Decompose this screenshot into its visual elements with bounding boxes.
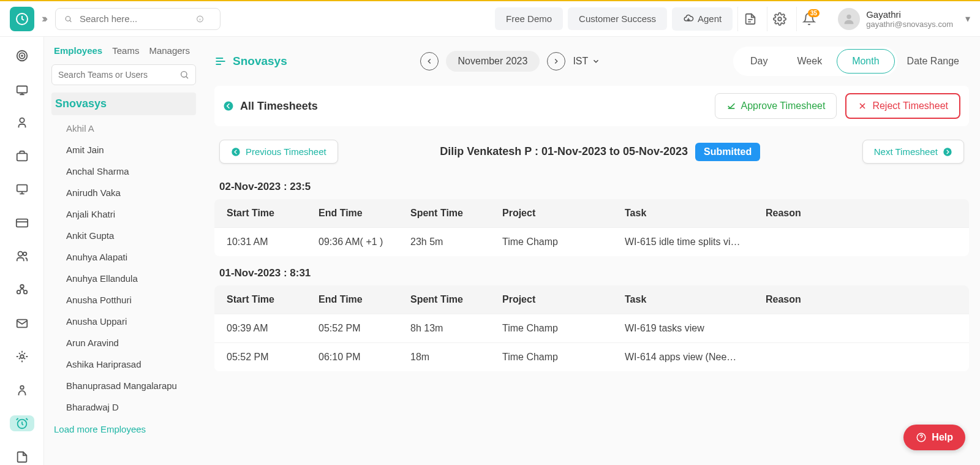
next-timesheet-button[interactable]: Next Timesheet <box>862 140 964 164</box>
nav-tv[interactable] <box>10 81 34 98</box>
cell-project: Time Champ <box>490 314 612 343</box>
help-label: Help <box>932 432 953 443</box>
tab-teams[interactable]: Teams <box>112 45 139 56</box>
nav-mail[interactable] <box>10 315 34 331</box>
global-search[interactable] <box>55 8 221 30</box>
customer-success-button[interactable]: Customer Success <box>568 7 667 30</box>
svg-point-24 <box>232 148 239 156</box>
main-panel: Snovasys November 2023 IST Day Week Mont… <box>203 37 980 465</box>
approve-button[interactable]: Approve Timesheet <box>715 93 837 119</box>
user-email: gayathri@snovasys.com <box>866 20 953 29</box>
nav-team[interactable] <box>10 248 34 265</box>
list-item[interactable]: Amit Jain <box>66 139 196 161</box>
panel-search-input[interactable] <box>58 70 179 80</box>
tab-managers[interactable]: Managers <box>149 45 190 56</box>
col-spent: Spent Time <box>398 199 490 228</box>
users-icon <box>15 249 29 263</box>
profile-icon <box>15 384 29 397</box>
arrow-left-circle-icon <box>231 147 241 157</box>
col-start: Start Time <box>214 199 306 228</box>
search-icon <box>64 13 72 25</box>
list-item[interactable]: Bharadwaj D <box>66 396 196 418</box>
chevron-down-icon <box>592 57 600 66</box>
free-demo-button[interactable]: Free Demo <box>495 7 563 30</box>
settings-icon-button[interactable] <box>767 7 791 31</box>
credit-card-icon <box>15 216 29 230</box>
org-name[interactable]: Snovasys <box>51 93 196 115</box>
col-reason: Reason <box>753 199 969 228</box>
back-title-text: All Timesheets <box>240 100 318 113</box>
user-name: Gayathri <box>866 9 953 20</box>
timesheet-title-text: Dilip Venkatesh P : 01-Nov-2023 to 05-No… <box>440 145 688 158</box>
load-more-button[interactable]: Load more Employees <box>51 418 196 440</box>
table-row[interactable]: 05:52 PM 06:10 PM 18m Time Champ WI-614 … <box>214 343 969 372</box>
svg-point-16 <box>17 290 20 294</box>
view-month[interactable]: Month <box>837 49 894 74</box>
nav-user[interactable] <box>10 115 34 131</box>
previous-timesheet-button[interactable]: Previous Timesheet <box>219 140 338 164</box>
help-button[interactable]: Help <box>903 425 965 450</box>
nav-group[interactable] <box>10 282 34 298</box>
list-item[interactable]: Anchal Sharma <box>66 161 196 182</box>
list-item[interactable]: Anuhya Ellandula <box>66 268 196 289</box>
cell-task: WI-615 idle time splits vie... <box>612 228 753 257</box>
nav-row: Previous Timesheet Dilip Venkatesh P : 0… <box>214 134 969 170</box>
timezone-select[interactable]: IST <box>573 56 600 67</box>
list-item[interactable]: Ashika Hariprasad <box>66 353 196 375</box>
nav-card[interactable] <box>10 215 34 232</box>
nav-report[interactable] <box>10 448 34 465</box>
next-month-button[interactable] <box>547 52 565 70</box>
panel-search[interactable] <box>51 64 196 85</box>
col-end: End Time <box>306 285 398 314</box>
target-icon <box>15 49 29 62</box>
list-item[interactable]: Bhanuprasad Mangalarapu <box>66 375 196 396</box>
prev-label: Previous Timesheet <box>246 146 326 157</box>
tab-employees[interactable]: Employees <box>54 45 102 56</box>
nav-timesheet[interactable] <box>10 415 34 432</box>
menu-icon <box>214 55 227 67</box>
info-icon[interactable] <box>196 13 204 25</box>
cell-end: 06:10 PM <box>306 343 398 372</box>
view-week[interactable]: Week <box>783 50 837 73</box>
nav-target[interactable] <box>10 48 34 64</box>
gear-icon <box>773 12 786 26</box>
list-item[interactable]: Ankit Gupta <box>66 225 196 246</box>
list-item[interactable]: Anusha Uppari <box>66 311 196 332</box>
agent-button[interactable]: Agent <box>672 7 733 31</box>
document-icon-button[interactable] <box>737 7 762 31</box>
nav-settings[interactable] <box>10 349 34 365</box>
svg-point-3 <box>778 17 782 21</box>
prev-month-button[interactable] <box>420 52 439 70</box>
panel-tabs: Employees Teams Managers <box>51 45 196 56</box>
month-label[interactable]: November 2023 <box>446 51 540 72</box>
cell-reason <box>753 343 969 372</box>
user-info: Gayathri gayathri@snovasys.com <box>866 9 953 29</box>
notifications-button[interactable]: 35 <box>796 7 821 31</box>
search-input[interactable] <box>80 13 196 24</box>
list-item[interactable]: Anirudh Vaka <box>66 182 196 203</box>
employee-list: Akhil A Amit Jain Anchal Sharma Anirudh … <box>51 115 196 418</box>
view-day[interactable]: Day <box>736 50 782 73</box>
view-date-range[interactable]: Date Range <box>897 50 969 73</box>
list-item[interactable]: Arun Aravind <box>66 332 196 353</box>
cell-reason <box>753 228 969 257</box>
nav-monitor[interactable] <box>10 181 34 198</box>
list-item[interactable]: Anusha Potthuri <box>66 289 196 311</box>
list-item[interactable]: Anjali Khatri <box>66 203 196 225</box>
table-row[interactable]: 10:31 AM 09:36 AM( +1 ) 23h 5m Time Cham… <box>214 228 969 257</box>
table-row[interactable]: 09:39 AM 05:52 PM 8h 13m Time Champ WI-6… <box>214 314 969 343</box>
list-item[interactable]: Anuhya Alapati <box>66 246 196 268</box>
nav-profile[interactable] <box>10 382 34 398</box>
nav-briefcase[interactable] <box>10 148 34 165</box>
back-to-all[interactable]: All Timesheets <box>223 100 318 113</box>
app-logo[interactable] <box>10 7 34 31</box>
svg-rect-12 <box>16 219 27 227</box>
user-menu[interactable]: Gayathri gayathri@snovasys.com ▾ <box>831 8 970 30</box>
reject-button[interactable]: Reject Timesheet <box>845 93 960 119</box>
list-item[interactable]: Akhil A <box>66 118 196 139</box>
svg-point-14 <box>23 252 26 256</box>
expand-icon[interactable]: ››› <box>42 12 45 25</box>
tv-icon <box>15 83 29 96</box>
main-title[interactable]: Snovasys <box>214 55 287 68</box>
left-panel: Employees Teams Managers Snovasys Akhil … <box>44 37 203 465</box>
